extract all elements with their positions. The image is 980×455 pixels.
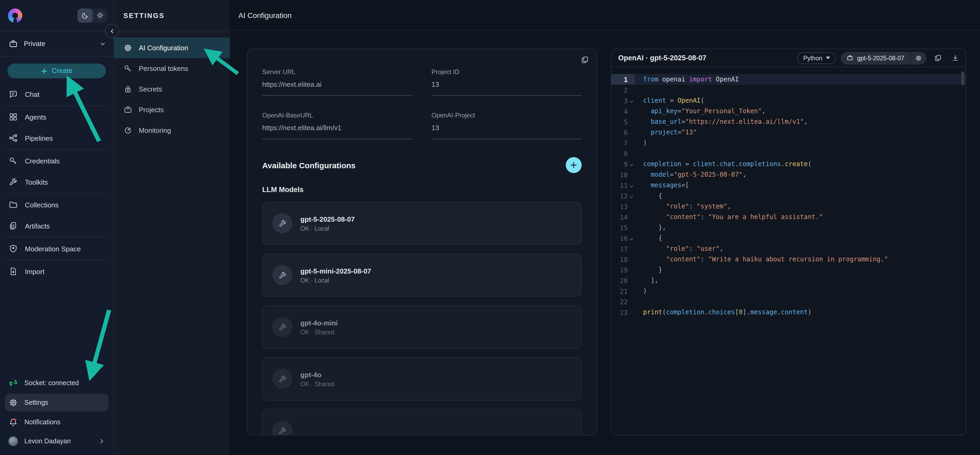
settings-nav-monitoring[interactable]: Monitoring xyxy=(114,120,230,141)
line-number: 21 xyxy=(611,287,628,295)
model-name: gpt-4o-mini xyxy=(301,319,338,327)
line-number-gutter: 8 xyxy=(611,148,635,159)
field-project-id: Project ID 13 xyxy=(431,68,582,96)
code-line-row: 1from openai import OpenAI xyxy=(611,74,966,85)
llm-model-card[interactable]: gpt-4o-mini OK · Shared xyxy=(262,305,582,349)
line-number: 2 xyxy=(611,86,628,94)
sidebar-item-settings[interactable]: Settings xyxy=(5,394,108,412)
code-line-row: 23print(completion.choices[0].message.co… xyxy=(611,307,966,317)
workspace-selector[interactable]: Private xyxy=(0,31,113,57)
chat-icon xyxy=(8,89,18,99)
sidebar-item-collections[interactable]: Collections xyxy=(0,194,113,215)
fold-spacer xyxy=(628,79,635,80)
llm-model-card[interactable] xyxy=(262,409,582,436)
fold-spacer xyxy=(628,110,635,112)
model-name: gpt-5-mini-2025-08-07 xyxy=(301,267,371,275)
sidebar-collapse-button[interactable] xyxy=(105,24,119,38)
wrench-icon xyxy=(272,369,293,389)
code-line-row: 17 "role": "user", xyxy=(611,243,966,254)
line-number-gutter: 19 xyxy=(611,265,635,275)
sidebar-item-toolkits[interactable]: Toolkits xyxy=(0,171,113,193)
settings-nav-ai-configuration[interactable]: AI Configuration xyxy=(114,38,230,58)
add-configuration-button[interactable] xyxy=(566,157,582,173)
sidebar-item-notifications[interactable]: Notifications xyxy=(0,413,113,432)
fold-toggle-icon[interactable] xyxy=(628,182,635,188)
copy-icon[interactable] xyxy=(581,55,589,64)
sidebar-item-label: Toolkits xyxy=(25,178,48,186)
sidebar-item-artifacts[interactable]: Artifacts xyxy=(0,215,113,236)
main-area: AI Configuration Server URL https://next… xyxy=(230,0,980,455)
language-selector[interactable]: Python xyxy=(797,52,836,64)
settings-nav-list: AI Configuration Personal tokens Secrets… xyxy=(114,38,230,141)
line-number: 10 xyxy=(611,171,628,179)
field-label: Project ID xyxy=(431,68,582,76)
fold-spacer xyxy=(628,269,635,271)
line-number-gutter: 9 xyxy=(611,159,635,169)
settings-nav-personal-tokens[interactable]: Personal tokens xyxy=(114,58,230,79)
code-line xyxy=(635,296,966,307)
code-line-row: 3client = OpenAI( xyxy=(611,95,966,106)
copy-code-button[interactable] xyxy=(931,52,944,64)
user-menu[interactable]: Levon Dadayan xyxy=(0,432,113,451)
field-label: OpenAI-Project xyxy=(431,112,582,119)
briefcase-icon xyxy=(846,54,853,61)
sidebar-item-agents[interactable]: Agents xyxy=(0,106,113,127)
model-selector[interactable]: gpt-5-2025-08-07 xyxy=(841,54,910,61)
sidebar-item-label: Pipelines xyxy=(25,134,53,142)
field-label: OpenAI-BaseURL xyxy=(262,112,412,119)
sidebar-item-label: Collections xyxy=(25,201,59,209)
settings-nav-projects[interactable]: Projects xyxy=(114,100,230,120)
wrench-icon xyxy=(272,421,293,436)
user-name: Levon Dadayan xyxy=(24,438,71,445)
code-line: "content": "Write a haiku about recursio… xyxy=(635,254,966,265)
model-pill: gpt-5-2025-08-07 xyxy=(841,52,926,64)
field-openai-project: OpenAI-Project 13 xyxy=(431,112,582,139)
code-editor: 1from openai import OpenAI23client = Ope… xyxy=(611,67,966,435)
model-settings-button[interactable] xyxy=(911,52,926,64)
sidebar-footer: Socket: connected Settings Notifications… xyxy=(0,374,113,455)
gear-icon xyxy=(8,398,18,407)
sidebar-item-pipelines[interactable]: Pipelines xyxy=(0,127,113,149)
sidebar-item-import[interactable]: Import xyxy=(0,261,113,282)
model-info: gpt-4o OK · Shared xyxy=(301,371,334,387)
fold-toggle-icon[interactable] xyxy=(628,161,635,167)
code-line: from openai import OpenAI xyxy=(635,74,966,85)
llm-model-card[interactable]: gpt-5-2025-08-07 OK · Local xyxy=(262,201,582,245)
field-server-url: Server URL https://next.elitea.ai xyxy=(262,68,412,96)
chevron-right-icon xyxy=(99,438,105,444)
field-openai-baseurl: OpenAI-BaseURL https://next.elitea.ai/ll… xyxy=(262,112,412,139)
line-number: 1 xyxy=(611,75,628,83)
page-title: AI Configuration xyxy=(239,11,292,19)
code-line-row: 4 api_key="Your_Personal_Token", xyxy=(611,106,966,116)
fold-spacer xyxy=(628,227,635,228)
app-window: Private Create Chat Agen xyxy=(0,0,980,455)
line-number-gutter: 5 xyxy=(611,116,635,127)
sidebar-item-chat[interactable]: Chat xyxy=(0,84,113,105)
sidebar-item-moderation-space[interactable]: Moderation Space xyxy=(0,238,113,259)
socket-status-label: Socket: connected xyxy=(24,379,79,387)
fold-toggle-icon[interactable] xyxy=(628,98,635,103)
line-number: 18 xyxy=(611,255,628,263)
line-number-gutter: 14 xyxy=(611,212,635,222)
code-line-row: 18 "content": "Write a haiku about recur… xyxy=(611,254,966,265)
dark-mode-button[interactable] xyxy=(77,8,92,22)
light-mode-button[interactable] xyxy=(92,8,108,22)
llm-model-card[interactable]: gpt-5-mini-2025-08-07 OK · Local xyxy=(262,254,582,297)
code-line-row: 10 model="gpt-5-2025-08-07", xyxy=(611,169,966,180)
fold-toggle-icon[interactable] xyxy=(628,193,635,199)
llm-model-card[interactable]: gpt-4o OK · Shared xyxy=(262,357,582,401)
create-button-label: Create xyxy=(52,67,73,75)
fold-spacer xyxy=(628,142,635,144)
settings-nav-secrets[interactable]: Secrets xyxy=(114,79,230,100)
sidebar-item-credentials[interactable]: Credentials xyxy=(0,150,113,171)
divider xyxy=(7,193,107,193)
create-button[interactable]: Create xyxy=(7,63,106,78)
llm-models-list: gpt-5-2025-08-07 OK · Local gpt-5-mini-2… xyxy=(262,201,582,436)
download-code-button[interactable] xyxy=(949,52,961,64)
fold-spacer xyxy=(628,301,635,302)
field-value: https://next.elitea.ai xyxy=(262,81,412,96)
fold-toggle-icon[interactable] xyxy=(628,235,635,241)
code-line xyxy=(635,148,966,159)
line-number: 19 xyxy=(611,266,628,274)
code-scrollbar-thumb[interactable] xyxy=(961,71,964,85)
